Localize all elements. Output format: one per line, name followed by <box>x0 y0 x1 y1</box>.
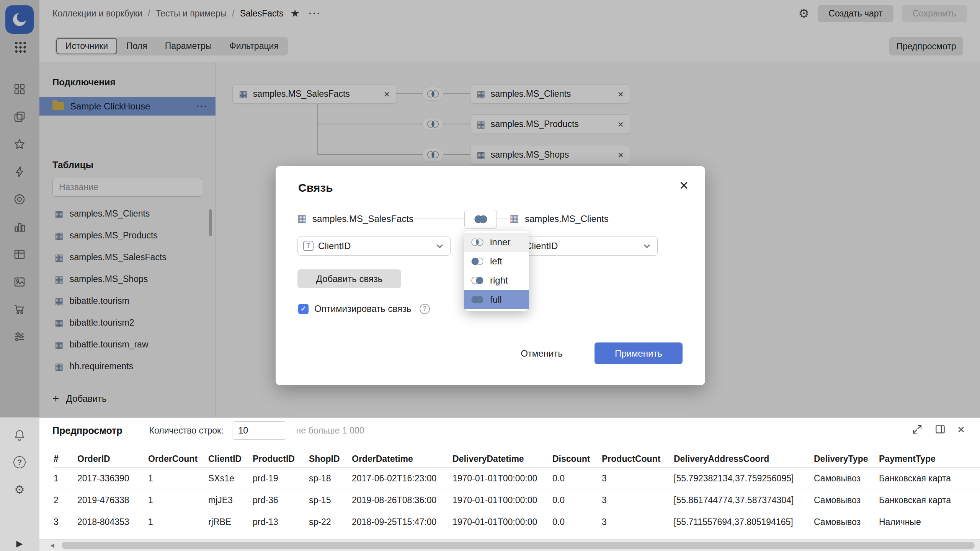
join-line <box>414 218 464 219</box>
column-header: DeliveryDatetime <box>452 454 552 464</box>
apply-button[interactable]: Применить <box>595 342 683 364</box>
cell: [55.792382134,37.759256095] <box>674 473 814 484</box>
cell: sp-22 <box>309 517 352 527</box>
modal-left-table: samples.MS_SalesFacts <box>312 214 413 224</box>
cell: 0.0 <box>552 495 602 505</box>
help-icon[interactable]: ? <box>12 455 27 470</box>
chevron-down-icon <box>435 241 445 251</box>
play-icon[interactable]: ▶ <box>12 536 27 551</box>
join-type-button[interactable] <box>464 210 497 228</box>
cell: Самовывоз <box>814 495 879 505</box>
cell: sp-15 <box>309 495 352 505</box>
join-line <box>497 218 508 219</box>
cell: sp-18 <box>309 473 352 484</box>
left-field-select[interactable]: T ClientID <box>297 236 451 256</box>
join-option-full[interactable]: full <box>464 290 529 309</box>
cell: rjRBE <box>208 517 253 527</box>
column-header: DeliveryAddressCoord <box>674 454 814 464</box>
cell: 2019-476338 <box>77 495 148 505</box>
join-inner-icon <box>470 237 485 247</box>
bell-icon[interactable] <box>12 428 27 443</box>
expand-icon[interactable] <box>911 424 923 435</box>
column-header: OrderDatetime <box>352 454 452 464</box>
column-header: # <box>54 454 77 464</box>
cell: 1970-01-01T00:00:00 <box>452 495 552 505</box>
table-grid-icon: ▦ <box>510 213 519 223</box>
cell: 1 <box>148 473 208 484</box>
cell: SXs1e <box>208 473 253 484</box>
row-count-hint: не больше 1 000 <box>296 425 364 436</box>
optimize-checkbox-row: ✓ Оптимизировать связь ? <box>298 303 430 314</box>
preview-header: Предпросмотр Количество строк: не больше… <box>52 418 364 443</box>
cell: 1970-01-01T00:00:00 <box>452 517 552 527</box>
cell: 2018-804353 <box>77 517 148 527</box>
cell: 3 <box>602 473 674 484</box>
row-count-input[interactable] <box>232 421 287 440</box>
join-option-right[interactable]: right <box>464 271 529 290</box>
cell: prd-19 <box>253 473 309 484</box>
cell: prd-36 <box>253 495 309 505</box>
cell: Самовывоз <box>814 517 879 527</box>
cell: 1 <box>148 495 208 505</box>
preview-table-header: # OrderID OrderCount ClientID ProductID … <box>54 451 980 468</box>
column-header: ShopID <box>309 454 352 464</box>
left-field-value: ClientID <box>318 241 430 251</box>
optimize-help-icon[interactable]: ? <box>420 304 430 314</box>
horizontal-scrollbar-thumb[interactable] <box>62 542 975 549</box>
side-panel-icon[interactable] <box>934 424 946 435</box>
row-count-label: Количество строк: <box>149 425 224 436</box>
preview-title: Предпросмотр <box>52 425 122 436</box>
table-grid-icon: ▦ <box>297 213 307 223</box>
cell: mjJE3 <box>208 495 253 505</box>
join-option-left[interactable]: left <box>464 252 529 271</box>
cell: 2018-09-25T15:47:00 <box>352 517 452 527</box>
optimize-checkbox[interactable]: ✓ <box>298 304 309 314</box>
cell: 1970-01-01T00:00:00 <box>452 473 552 484</box>
column-header: PaymentType <box>879 454 965 464</box>
cell: Наличные <box>879 517 965 527</box>
optimize-label: Оптимизировать связь <box>314 303 412 314</box>
horizontal-scrollbar: ◀ <box>39 539 980 551</box>
modal-right-table: samples.MS_Clients <box>525 214 609 224</box>
cell: prd-13 <box>253 517 309 527</box>
join-option-label: left <box>490 256 502 267</box>
dataset-editor-screen: ? ⚙ ▶ Коллекции и воркбуки / Тесты и при… <box>0 0 980 551</box>
right-field-value: ClientID <box>525 241 637 251</box>
join-full-icon <box>470 295 485 305</box>
cell: [55.861744774,37.587374304] <box>674 495 814 505</box>
join-right-icon <box>470 276 485 285</box>
cell: 3 <box>602 495 674 505</box>
cell: 2 <box>54 495 77 505</box>
cell: 1 <box>148 517 208 527</box>
chevron-down-icon <box>642 241 652 251</box>
preview-panel: Предпросмотр Количество строк: не больше… <box>39 417 980 551</box>
question-glyph: ? <box>13 456 26 468</box>
join-type-dropdown: inner left right full <box>464 231 529 311</box>
column-header: ClientID <box>208 454 253 464</box>
scroll-left-icon[interactable]: ◀ <box>50 542 54 548</box>
join-left-icon <box>470 256 485 266</box>
modal-close-icon[interactable]: × <box>679 178 688 193</box>
table-row: 1 2017-336390 1 SXs1e prd-19 sp-18 2017-… <box>54 468 980 489</box>
preview-table: # OrderID OrderCount ClientID ProductID … <box>54 451 980 533</box>
column-header: DeliveryType <box>814 454 879 464</box>
join-option-label: full <box>490 294 502 305</box>
join-option-label: inner <box>490 237 510 248</box>
join-full-icon <box>472 214 489 225</box>
cell: Банковская карта <box>879 495 965 505</box>
join-option-inner[interactable]: inner <box>464 233 529 252</box>
modal-title: Связь <box>298 181 333 194</box>
gear-icon[interactable]: ⚙ <box>12 482 27 497</box>
cell: [55.711557694,37.805194165] <box>674 517 814 527</box>
column-header: OrderID <box>77 454 148 464</box>
join-option-label: right <box>490 275 508 286</box>
column-header: ProductCount <box>602 454 674 464</box>
preview-actions: × <box>911 423 965 435</box>
preview-close-icon[interactable]: × <box>957 423 965 435</box>
column-header: Discount <box>552 454 602 464</box>
cell: 0.0 <box>552 517 602 527</box>
table-row: 2 2019-476338 1 mjJE3 prd-36 sp-15 2019-… <box>54 489 980 511</box>
string-type-icon: T <box>303 241 314 251</box>
add-link-button[interactable]: Добавить связь <box>297 269 401 288</box>
cancel-button[interactable]: Отменить <box>513 342 570 364</box>
